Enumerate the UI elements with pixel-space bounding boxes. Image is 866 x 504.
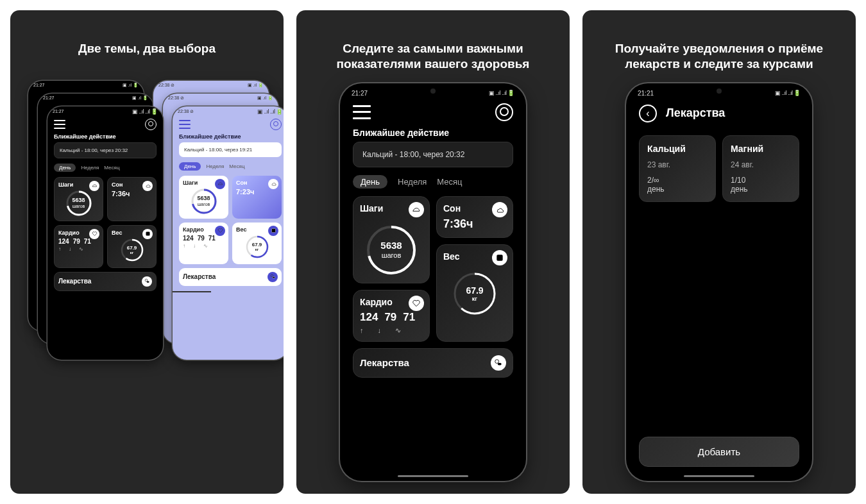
arrow-down-icon: ↓ [193, 243, 196, 249]
pulse-icon: ∿ [79, 246, 83, 252]
status-time: 22:38 ⊘ [178, 109, 194, 114]
tab-week[interactable]: Неделя [81, 165, 99, 171]
tab-week[interactable]: Неделя [398, 177, 427, 187]
med-count: 2/∞ [647, 176, 708, 185]
svg-point-19 [495, 359, 499, 363]
steps-value: 5638 [197, 196, 210, 202]
tile-cardio[interactable]: Кардио 124 79 71 ↑↓∿ [54, 225, 103, 268]
shoe-icon [409, 202, 424, 217]
tile-meds[interactable]: Лекарства [353, 348, 513, 378]
arrow-up-icon: ↑ [183, 243, 185, 249]
tile-weight[interactable]: Вес 67.9кг [436, 244, 513, 342]
tile-cardio[interactable]: Кардио 124 79 71 ↑↓∿ [353, 290, 430, 342]
phone-dark-front: 21:27 ▣ ..ıl ..ıl 🔋 Ближайшее действие К… [47, 106, 163, 360]
steps-unit: шагов [198, 202, 210, 207]
menu-icon[interactable] [353, 105, 371, 119]
status-bar: 21:27 ▣ ..ıl ..ıl 🔋 [47, 106, 163, 115]
status-icons: ▣ ..ıl ..ıl 🔋 [489, 90, 514, 96]
med-name: Магний [731, 144, 791, 154]
phone-light-front: 22:38 ⊘ ▣ ..ıl ..ıl 🔋 Ближайшее действие… [173, 106, 284, 360]
section-label: Ближайшее действие [173, 133, 284, 142]
phone-meds: 21:21 ▣ ..ıl ..ıl 🔋 ‹ Лекарства Кальций … [626, 83, 812, 481]
med-unit: день [731, 185, 791, 194]
cloud-icon [492, 202, 507, 217]
panel-themes: Две темы, два выбора 21:27▣ .ıl 🔋 21:27▣… [10, 10, 284, 494]
cardio-dia: 79 [198, 235, 205, 242]
profile-icon[interactable] [495, 103, 513, 121]
tile-cardio[interactable]: Кардио 124 79 71 ↑↓∿ [179, 223, 228, 264]
cardio-dia: 79 [384, 311, 396, 324]
pills-icon [142, 276, 152, 287]
next-action-card[interactable]: Кальций - 18:00, через 20:32 [353, 142, 513, 167]
med-card-calcium[interactable]: Кальций 23 авг. 2/∞ день [639, 135, 716, 202]
pills-icon [267, 272, 278, 282]
status-time: 21:27 [352, 90, 368, 97]
tab-week[interactable]: Неделя [206, 164, 224, 169]
tile-sleep[interactable]: Сон 7:23ч [232, 176, 282, 219]
svg-rect-13 [272, 277, 275, 278]
weight-value: 67.9 [466, 285, 483, 296]
heart-icon [215, 226, 225, 236]
panel2-title: Следите за самыми важными показателями в… [308, 41, 558, 72]
status-time: 21:27 [53, 109, 64, 113]
arrow-down-icon: ↓ [69, 246, 71, 252]
profile-icon[interactable] [270, 119, 282, 130]
status-bar: 22:38 ⊘ ▣ ..ıl ..ıl 🔋 [173, 106, 284, 115]
scale-icon [492, 250, 507, 265]
svg-point-5 [145, 279, 148, 281]
tile-sleep[interactable]: Сон 7:36ч [107, 177, 157, 221]
status-icons: ▣ ..ıl ..ıl 🔋 [132, 108, 158, 115]
arrow-down-icon: ↓ [378, 326, 382, 335]
cardio-pulse: 71 [208, 235, 216, 242]
svg-point-12 [271, 274, 273, 277]
tab-day[interactable]: День [353, 175, 387, 189]
arrow-up-icon: ↑ [58, 246, 61, 252]
weight-unit: кг [255, 248, 259, 251]
sleep-value: 7:36ч [443, 217, 506, 231]
menu-icon[interactable] [54, 120, 65, 129]
phone-main: 21:27 ▣ ..ıl ..ıl 🔋 Ближайшее действие К… [340, 83, 526, 481]
steps-unit: шагов [382, 251, 402, 259]
panel-meds: Получайте уведомления о приёме лекарств … [582, 10, 856, 494]
phone-stack: 21:27▣ .ıl 🔋 21:27▣ .ıl 🔋 22:38 ⊘▣ .ıl 🔋… [22, 81, 272, 414]
tab-day[interactable]: День [54, 164, 76, 172]
tile-steps[interactable]: Шаги 5638шагов [54, 177, 103, 221]
tile-sleep[interactable]: Сон 7:36ч [436, 196, 513, 238]
med-unit: день [647, 185, 708, 194]
cardio-sys: 124 [183, 235, 194, 242]
med-date: 23 авг. [647, 160, 708, 169]
tile-meds[interactable]: Лекарства [54, 272, 157, 291]
tile-weight[interactable]: Вес 67.9кг [107, 225, 157, 268]
tab-month[interactable]: Месяц [229, 164, 244, 169]
steps-value: 5638 [380, 240, 402, 251]
next-action-card[interactable]: Кальций - 18:00, через 19:21 [179, 142, 282, 157]
cloud-icon [142, 181, 153, 191]
med-card-magnesium[interactable]: Магний 24 авг. 1/10 день [722, 135, 799, 202]
scale-icon [268, 226, 278, 236]
pulse-icon: ∿ [395, 326, 401, 335]
tile-meds[interactable]: Лекарства [179, 268, 282, 286]
cardio-dia: 79 [73, 238, 80, 245]
weight-value: 67.9 [252, 242, 262, 248]
tile-weight[interactable]: Вес 67.9кг [232, 223, 282, 264]
status-time: 21:21 [638, 90, 654, 97]
panel1-title: Две темы, два выбора [78, 41, 216, 56]
screen-title: Лекарства [666, 106, 725, 120]
meds-label: Лекарства [58, 278, 91, 285]
pills-icon [491, 355, 506, 371]
status-icons: ▣ ..ıl ..ıl 🔋 [775, 90, 801, 96]
panel-health: Следите за самыми важными показателями в… [296, 10, 570, 494]
tile-steps[interactable]: Шаги 5638шагов [353, 196, 430, 283]
svg-rect-6 [146, 281, 149, 283]
tab-month[interactable]: Месяц [437, 177, 462, 187]
svg-rect-20 [498, 363, 502, 365]
back-button[interactable]: ‹ [639, 105, 657, 122]
tile-steps[interactable]: Шаги 5638шагов [179, 176, 228, 219]
tab-month[interactable]: Месяц [104, 165, 119, 171]
tab-day[interactable]: День [179, 162, 201, 171]
profile-icon[interactable] [145, 119, 157, 130]
add-button[interactable]: Добавить [639, 437, 799, 467]
next-action-card[interactable]: Кальций - 18:00, через 20:32 [54, 142, 157, 158]
meds-label: Лекарства [360, 357, 409, 368]
menu-icon[interactable] [179, 120, 191, 129]
